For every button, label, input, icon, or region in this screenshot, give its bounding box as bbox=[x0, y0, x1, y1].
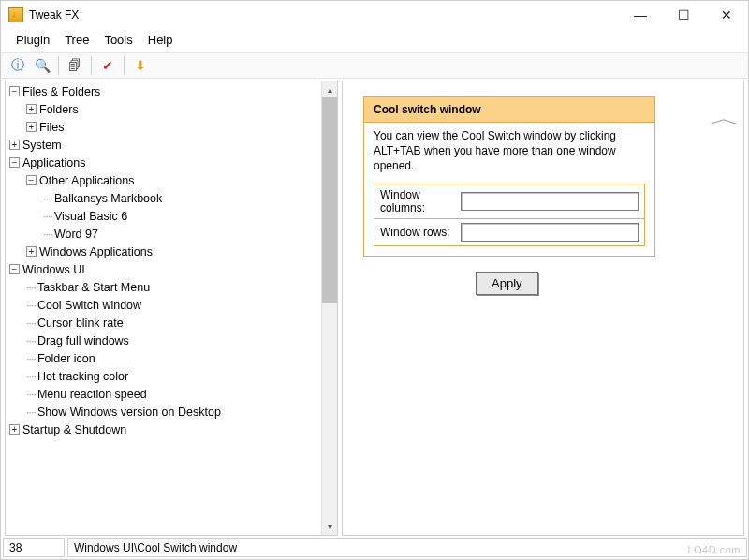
menu-tools[interactable]: Tools bbox=[98, 31, 138, 49]
toolbar-separator bbox=[124, 56, 125, 75]
window-columns-input[interactable] bbox=[461, 192, 639, 211]
scroll-thumb[interactable] bbox=[322, 97, 337, 303]
tree-node[interactable]: +Windows Applications bbox=[9, 243, 337, 261]
tree-label: Cool Switch window bbox=[37, 299, 141, 312]
tree-leaf-icon: ···· bbox=[43, 228, 52, 241]
tree-label: System bbox=[22, 139, 62, 152]
tree-label: Startup & Shutdown bbox=[22, 423, 126, 436]
tree-node[interactable]: ····Cursor blink rate bbox=[9, 315, 337, 332]
tree-label: Cursor blink rate bbox=[37, 317, 124, 330]
watermark: LO4D.com bbox=[687, 544, 741, 555]
tree-node[interactable]: ····Cool Switch window bbox=[9, 297, 337, 315]
scroll-down-icon[interactable]: ▾ bbox=[322, 519, 337, 535]
tree-node[interactable]: +System bbox=[9, 137, 337, 155]
check-page-icon[interactable]: ✔ bbox=[96, 55, 119, 76]
expand-icon[interactable]: + bbox=[26, 122, 37, 132]
tree-node[interactable]: ····Visual Basic 6 bbox=[9, 208, 337, 226]
app-icon bbox=[8, 7, 23, 22]
tree-label: Drag full windows bbox=[37, 334, 129, 347]
expand-icon[interactable]: + bbox=[9, 140, 20, 150]
tree-node[interactable]: −Files & Folders bbox=[9, 83, 337, 101]
find-page-icon[interactable]: 🗐 bbox=[64, 55, 86, 76]
tree-node[interactable]: ····Balkansys Markbook bbox=[9, 190, 337, 208]
tree-label: Files & Folders bbox=[22, 85, 100, 98]
tree-node[interactable]: ····Hot tracking color bbox=[9, 368, 337, 386]
menu-help[interactable]: Help bbox=[142, 31, 179, 49]
collapse-icon[interactable]: − bbox=[9, 157, 20, 168]
tree-node[interactable]: ····Word 97 bbox=[9, 226, 337, 243]
tree[interactable]: −Files & Folders+Folders+Files+System−Ap… bbox=[6, 81, 337, 441]
tree-leaf-icon: ···· bbox=[26, 334, 36, 347]
form-row: Window columns: bbox=[374, 184, 644, 218]
scroll-up-icon[interactable]: ▴ bbox=[322, 81, 337, 97]
panel-description: You can view the Cool Switch window by c… bbox=[364, 123, 654, 184]
tree-leaf-icon: ···· bbox=[26, 317, 36, 330]
tree-scrollbar[interactable]: ▴ ▾ bbox=[321, 81, 337, 535]
tree-node[interactable]: −Other Applications bbox=[9, 172, 337, 190]
info-icon[interactable]: ⓘ bbox=[7, 55, 29, 76]
download-icon[interactable]: ⬇ bbox=[129, 55, 152, 76]
tree-node[interactable]: +Files bbox=[9, 119, 337, 137]
window-rows-input[interactable] bbox=[461, 223, 639, 242]
panel-form: Window columns: Window rows: bbox=[374, 184, 645, 246]
tree-node[interactable]: ····Drag full windows bbox=[9, 332, 337, 350]
tree-node[interactable]: +Folders bbox=[9, 101, 337, 119]
tree-node[interactable]: −Applications bbox=[9, 155, 337, 172]
tree-leaf-icon: ···· bbox=[43, 210, 52, 223]
tree-node[interactable]: ····Show Windows version on Desktop bbox=[9, 404, 337, 421]
tree-label: Applications bbox=[22, 156, 85, 169]
menubar: Plugin Tree Tools Help bbox=[1, 29, 748, 52]
window-rows-label: Window rows: bbox=[380, 226, 455, 239]
tree-label: Folders bbox=[39, 103, 79, 116]
tree-label: Visual Basic 6 bbox=[54, 210, 127, 223]
tree-leaf-icon: ···· bbox=[26, 299, 36, 312]
main-area: −Files & Folders+Folders+Files+System−Ap… bbox=[1, 79, 748, 538]
tree-label: Balkansys Markbook bbox=[54, 192, 162, 205]
chevron-up-icon[interactable]: ︿ bbox=[710, 106, 740, 131]
expand-icon[interactable]: + bbox=[26, 246, 37, 257]
tree-node[interactable]: ····Taskbar & Start Menu bbox=[9, 279, 337, 297]
window-columns-label: Window columns: bbox=[380, 188, 455, 214]
tree-label: Show Windows version on Desktop bbox=[37, 405, 221, 419]
panel-title: Cool switch window bbox=[364, 97, 654, 123]
tree-node[interactable]: +Startup & Shutdown bbox=[9, 421, 337, 439]
minimize-button[interactable]: — bbox=[619, 1, 662, 29]
status-count: 38 bbox=[3, 538, 65, 557]
menu-tree[interactable]: Tree bbox=[59, 31, 95, 49]
tree-label: Windows UI bbox=[22, 263, 85, 276]
toolbar-separator bbox=[58, 56, 59, 75]
expand-icon[interactable]: + bbox=[9, 424, 20, 435]
tree-label: Menu reaction speed bbox=[37, 388, 147, 401]
tree-leaf-icon: ···· bbox=[26, 281, 36, 294]
tree-node[interactable]: ····Menu reaction speed bbox=[9, 386, 337, 404]
collapse-icon[interactable]: − bbox=[9, 86, 20, 96]
status-path: Windows UI\Cool Switch window bbox=[67, 538, 747, 557]
tree-label: Folder icon bbox=[37, 352, 95, 365]
content-pane: ︿ Cool switch window You can view the Co… bbox=[342, 81, 744, 536]
close-button[interactable]: ✕ bbox=[705, 1, 748, 29]
tree-leaf-icon: ···· bbox=[26, 352, 36, 365]
tree-label: Other Applications bbox=[39, 174, 134, 187]
toolbar-separator bbox=[91, 56, 92, 75]
collapse-icon[interactable]: − bbox=[9, 264, 20, 274]
tree-leaf-icon: ···· bbox=[43, 192, 52, 205]
scroll-track[interactable] bbox=[322, 303, 337, 519]
maximize-button[interactable]: ☐ bbox=[662, 1, 705, 29]
tree-pane: −Files & Folders+Folders+Files+System−Ap… bbox=[5, 81, 338, 536]
tree-label: Hot tracking color bbox=[37, 370, 128, 383]
tree-label: Windows Applications bbox=[39, 245, 153, 258]
expand-icon[interactable]: + bbox=[26, 104, 37, 114]
toolbar: ⓘ 🔍 🗐 ✔ ⬇ bbox=[1, 52, 748, 79]
search-icon[interactable]: 🔍 bbox=[31, 55, 53, 76]
statusbar: 38 Windows UI\Cool Switch window bbox=[1, 538, 748, 558]
apply-button[interactable]: Apply bbox=[476, 272, 538, 295]
form-row: Window rows: bbox=[374, 218, 644, 245]
menu-plugin[interactable]: Plugin bbox=[10, 31, 55, 49]
window-controls: — ☐ ✕ bbox=[619, 1, 748, 29]
tree-node[interactable]: ····Folder icon bbox=[9, 350, 337, 368]
collapse-icon[interactable]: − bbox=[26, 175, 37, 185]
settings-panel: Cool switch window You can view the Cool… bbox=[363, 96, 655, 257]
tree-leaf-icon: ···· bbox=[26, 405, 36, 419]
tree-node[interactable]: −Windows UI bbox=[9, 261, 337, 279]
tree-leaf-icon: ···· bbox=[26, 370, 36, 383]
